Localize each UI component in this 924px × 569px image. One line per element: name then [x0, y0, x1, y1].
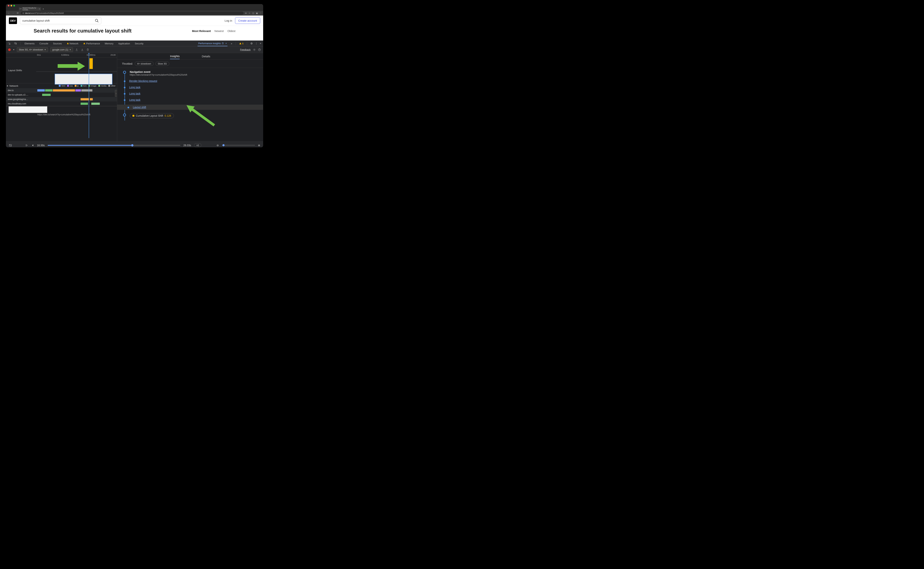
ruler-tick: 0ms: [37, 54, 41, 56]
import-icon[interactable]: [81, 48, 84, 51]
network-row[interactable]: res.cloudinary.com: [6, 102, 117, 106]
tab-close-icon[interactable]: ×: [39, 8, 40, 10]
warnings-badge[interactable]: 6: [239, 42, 243, 45]
zoom-out-icon[interactable]: ⊖: [217, 144, 219, 147]
tab-network[interactable]: Network: [66, 41, 79, 46]
network-section: ▶ Network html css js font image media o…: [6, 84, 117, 106]
more-tabs-icon[interactable]: »: [231, 42, 232, 45]
search-icon[interactable]: [95, 19, 99, 23]
help-icon[interactable]: [258, 48, 261, 51]
origin-dropdown[interactable]: google.com (1)▼: [50, 47, 73, 52]
sort-oldest[interactable]: Oldest: [228, 29, 236, 32]
profile-icon[interactable]: ▣: [256, 12, 258, 14]
network-legend: html css js font image media other: [59, 85, 117, 87]
skip-back-icon[interactable]: [31, 144, 34, 147]
playhead[interactable]: [89, 53, 89, 138]
tab-memory[interactable]: Memory: [104, 41, 114, 46]
sort-newest[interactable]: Newest: [214, 29, 224, 32]
renderer-section: https://dev.to/search?q=cumulative%20lay…: [6, 106, 117, 117]
create-account-button[interactable]: Create account: [235, 17, 260, 24]
sort-relevant[interactable]: Most Relevant: [192, 29, 211, 32]
panel-settings-icon[interactable]: [253, 48, 256, 51]
browser-window: DEV Search Results for cumula… × + ← → ⟳…: [6, 4, 263, 148]
inspect-icon[interactable]: [8, 42, 11, 45]
play-icon[interactable]: [25, 144, 28, 147]
throttle-info: Throttled: 4× slowdown Slow 3G: [117, 60, 263, 68]
window-close-button[interactable]: [8, 5, 9, 6]
throttle-dropdown[interactable]: Slow 3G, 4× slowdown▼: [17, 47, 48, 52]
reload-button[interactable]: ⟳: [16, 12, 19, 15]
renderer-url: https://dev.to/search?q=cumulative%20lay…: [37, 113, 90, 116]
login-link[interactable]: Log in: [225, 19, 232, 22]
playback-footer: 16.99s 26.03s x1 ⊖ ⊕: [6, 141, 263, 148]
insight-render-block[interactable]: Render blocking request: [121, 79, 260, 82]
browser-menu-icon[interactable]: ⋮: [260, 12, 262, 14]
feedback-link[interactable]: Feedback: [240, 48, 251, 51]
insights-timeline: Navigation event https://dev.to/search?q…: [117, 68, 263, 124]
search-value: cumulative layout shift: [22, 19, 50, 22]
speed-chip[interactable]: x1: [194, 143, 201, 147]
window-maximize-button[interactable]: [13, 5, 15, 6]
zoom-slider[interactable]: [222, 145, 255, 146]
layout-shifts-track[interactable]: [36, 58, 117, 83]
tab-performance-insights[interactable]: Performance insights ×: [198, 41, 228, 46]
tab-application[interactable]: Application: [117, 41, 131, 46]
record-button[interactable]: [8, 49, 11, 51]
insight-cls[interactable]: Cumulative Layout Shift 0.128: [121, 113, 260, 118]
tab-sources[interactable]: Sources: [52, 41, 63, 46]
svg-point-5: [254, 49, 255, 50]
extensions-icon[interactable]: ◫: [252, 12, 254, 14]
device-mode-icon[interactable]: [14, 42, 17, 45]
tab-security[interactable]: Security: [134, 41, 144, 46]
ruler-tick: 24,00: [111, 54, 116, 56]
layout-shift-bar[interactable]: [90, 58, 93, 69]
timeline-panel: 0ms 8,000ms 16,000ms 24,00 Layout Shifts: [6, 53, 117, 141]
window-minimize-button[interactable]: [11, 5, 12, 6]
site-search-input[interactable]: cumulative layout shift: [20, 17, 101, 24]
tab-insights[interactable]: Insights: [170, 53, 179, 59]
export-icon[interactable]: [75, 48, 78, 51]
network-row[interactable]: dev.to: [6, 88, 117, 93]
insights-tabs: Insights Details: [117, 53, 263, 60]
devtools-close-icon[interactable]: ×: [260, 42, 261, 45]
new-tab-button[interactable]: +: [43, 8, 44, 11]
dev-logo[interactable]: DEV: [9, 17, 17, 24]
browser-tab[interactable]: DEV Search Results for cumula… ×: [19, 7, 41, 11]
url-toolbar: ← → ⟳ ⊡ dev.to/search?q=cumulative%20lay…: [6, 11, 263, 15]
timeline-ruler[interactable]: 0ms 8,000ms 16,000ms 24,00: [6, 53, 117, 58]
svg-rect-3: [14, 43, 16, 44]
insight-long-task[interactable]: Long task: [121, 98, 260, 101]
bookmark-icon[interactable]: ☆: [249, 12, 251, 14]
settings-icon[interactable]: ⚙: [251, 42, 253, 45]
tab-favicon: DEV: [20, 8, 22, 10]
renderer-thumb[interactable]: [9, 106, 47, 113]
url-domain: dev.to: [25, 12, 30, 14]
network-row[interactable]: www.googletagma…: [6, 97, 117, 102]
record-caret-icon[interactable]: ▼: [13, 49, 15, 51]
tab-console[interactable]: Console: [39, 41, 49, 46]
expand-icon[interactable]: ▶: [7, 85, 8, 87]
close-panel-icon[interactable]: ×: [225, 42, 227, 45]
insight-nav-event[interactable]: Navigation event https://dev.to/search?q…: [121, 70, 260, 76]
insights-panel: Insights Details Throttled: 4× slowdown …: [117, 53, 263, 141]
results-header: Search results for cumulative layout shi…: [6, 26, 263, 36]
tab-elements[interactable]: Elements: [24, 41, 35, 46]
expand-panel-icon[interactable]: ›: [115, 90, 117, 97]
back-button[interactable]: ←: [8, 12, 11, 15]
zoom-in-icon[interactable]: ⊕: [258, 144, 260, 147]
delete-icon[interactable]: [86, 48, 89, 51]
devtools-menu-icon[interactable]: ⋮: [255, 42, 258, 45]
scrubber[interactable]: [48, 145, 180, 146]
no-screenshot-icon[interactable]: [9, 144, 12, 147]
time-current: 16.99s: [37, 144, 45, 147]
tab-details[interactable]: Details: [202, 53, 210, 59]
site-info-icon[interactable]: ⊡: [23, 12, 24, 14]
address-bar[interactable]: ⊡ dev.to/search?q=cumulative%20layout%20…: [21, 11, 243, 15]
forward-button[interactable]: →: [12, 12, 15, 15]
screenshot-thumb[interactable]: [55, 74, 112, 84]
zoom-icon[interactable]: ⊖: [245, 12, 247, 14]
insight-long-task[interactable]: Long task: [121, 92, 260, 95]
network-row[interactable]: dev-to-uploads.s3….: [6, 93, 117, 97]
insight-long-task[interactable]: Long task: [121, 86, 260, 89]
tab-performance[interactable]: Performance: [82, 41, 100, 46]
